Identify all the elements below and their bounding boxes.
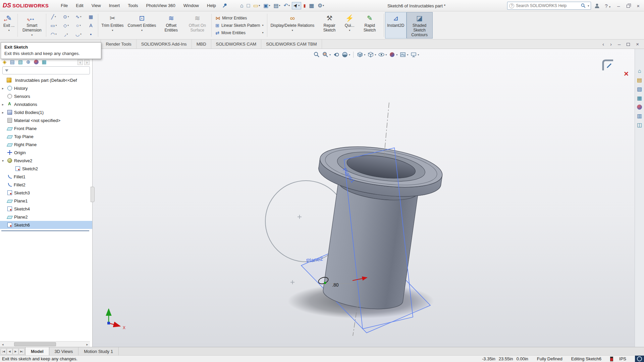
tree-item[interactable]: Origin	[0, 148, 92, 157]
edit-appearance-icon[interactable]: ▾	[388, 51, 398, 58]
web-help-icon[interactable]	[635, 356, 644, 362]
tree-item[interactable]: Top Plane	[0, 132, 92, 140]
caret-icon[interactable]: ▾	[31, 34, 33, 37]
linear-sketch-pattern-button[interactable]: ⊞ Linear Sketch Pattern ▾	[214, 22, 265, 28]
menu-item[interactable]: PhotoView 360	[143, 2, 179, 9]
caret-icon[interactable]: ▾	[262, 31, 263, 34]
home-icon[interactable]: ⌂ ▾	[239, 2, 245, 9]
help-search-box[interactable]: ? ▾	[507, 2, 591, 10]
displaymanager-tab-icon[interactable]: ●	[34, 60, 39, 64]
arc-tool-icon[interactable]: ◠ ▾	[47, 30, 60, 39]
mirror-entities-button[interactable]: ⋈ Mirror Entities	[214, 15, 265, 21]
trim-entities-button[interactable]: ✂ Trim Entities ▾	[99, 12, 125, 39]
scrollbar-thumb[interactable]	[14, 342, 56, 346]
tree-item[interactable]: Sketch2	[0, 165, 92, 173]
rebuild-icon[interactable]: ▮ ▾	[302, 3, 307, 8]
expand-arrow-icon[interactable]: ▸	[2, 111, 7, 114]
search-input[interactable]	[516, 3, 579, 8]
save-icon[interactable]: ▣ ▾	[262, 2, 271, 9]
doc-close-button[interactable]: ×	[634, 41, 641, 47]
rollback-bar[interactable]	[1, 230, 89, 231]
commandmanager-tab[interactable]: MBD	[192, 40, 211, 49]
pin-icon[interactable]	[222, 3, 227, 8]
propertymanager-tab-icon[interactable]: ▤	[10, 59, 15, 64]
hide-show-items-icon[interactable]: ▾	[378, 51, 387, 58]
featuremanager-tab-icon[interactable]: ◈	[3, 59, 7, 64]
tree-item[interactable]: ▸ Solid Bodies(1)	[0, 108, 92, 116]
smart-dimension-button[interactable]: ↔ ✎ Smart Dimension ▾	[19, 12, 45, 39]
confirm-sketch-icon[interactable]	[600, 58, 615, 72]
zoom-to-fit-icon[interactable]	[313, 51, 320, 58]
tree-item[interactable]: Material <not specified>	[0, 116, 92, 124]
user-account-icon[interactable]	[594, 3, 600, 8]
scroll-left-icon[interactable]: ◂	[0, 342, 5, 347]
display-style-icon[interactable]: ▾	[367, 51, 376, 58]
caret-icon[interactable]: ▾	[262, 24, 263, 27]
tree-item[interactable]: Sketch3	[0, 189, 92, 197]
menu-item[interactable]: Window	[180, 2, 202, 9]
caret-icon[interactable]: ▾	[141, 29, 143, 32]
menu-item[interactable]: Insert	[106, 2, 123, 9]
repair-sketch-button[interactable]: ⚒ Repair Sketch	[316, 12, 342, 39]
tree-item[interactable]: Front Plane	[0, 124, 92, 132]
panel-splitter-handle[interactable]	[91, 187, 95, 202]
open-folder-icon[interactable]: ▭ ▾	[252, 2, 261, 9]
menu-item[interactable]: Help	[204, 2, 219, 9]
sketch-grid-icon[interactable]: ▦ ▾	[85, 12, 97, 21]
options-grid-icon[interactable]: ▦ ▾	[308, 2, 316, 9]
search-caret-icon[interactable]: ▾	[588, 4, 589, 7]
window-close-button[interactable]: ×	[635, 3, 641, 9]
menu-item[interactable]: Tools	[124, 2, 141, 9]
view-tab[interactable]: Motion Study 1	[78, 347, 119, 355]
fillet-tool-icon[interactable]: ◞ ▾	[60, 30, 72, 39]
apply-scene-icon[interactable]: ▾	[399, 51, 409, 58]
next-pane-icon[interactable]: ›	[608, 41, 613, 47]
view-palette-icon[interactable]: ▦	[637, 96, 642, 101]
convert-entities-button[interactable]: ⊡ Convert Entities ▾	[126, 12, 158, 39]
spline-tool-icon[interactable]: ∿ ▾	[72, 12, 85, 21]
caret-icon[interactable]: ▾	[8, 29, 10, 32]
unit-system[interactable]: IPS	[619, 356, 626, 361]
polygon-tool-icon[interactable]: ◇ ▾	[60, 21, 72, 30]
caret-icon[interactable]: ▾	[292, 29, 293, 32]
doc-minimize-button[interactable]: –	[616, 41, 622, 47]
scroll-right-icon[interactable]: ▸	[85, 342, 90, 347]
view-settings-icon[interactable]: ▾	[410, 51, 419, 58]
commandmanager-tab[interactable]: SOLIDWORKS Add-Ins	[137, 40, 192, 49]
dimxpertmanager-tab-icon[interactable]: ⊕	[26, 59, 31, 64]
rectangle-tool-icon[interactable]: ▭ ▾	[47, 21, 60, 30]
tree-item[interactable]: Sketch6	[0, 221, 92, 229]
tree-root-item[interactable]: Instructables part (Default<<Def	[0, 76, 92, 84]
tab-nav-arrow-icon[interactable]: ◀	[7, 348, 12, 355]
expand-arrow-icon[interactable]: ▸	[2, 103, 7, 106]
tree-item[interactable]: Plane1	[0, 197, 92, 205]
tree-item[interactable]: ▾ Revolve2	[0, 157, 92, 165]
filter-input[interactable]	[10, 68, 87, 73]
sketch-origin-point[interactable]	[324, 282, 326, 284]
panel-scroll-right-icon[interactable]: ›	[84, 60, 90, 65]
expand-arrow-icon[interactable]: ▸	[2, 86, 7, 90]
tab-nav-arrow-icon[interactable]: |◀	[1, 348, 6, 355]
tree-filter-box[interactable]	[2, 66, 90, 74]
circle-tool-icon[interactable]: ⊙ ▾	[60, 12, 72, 21]
window-restore-button[interactable]	[625, 3, 632, 9]
commandmanager-tab[interactable]: SOLIDWORKS CAM	[211, 40, 262, 49]
model-scene[interactable]: Plane1 Plane2 .80 X	[93, 49, 644, 347]
tab-nav-arrow-icon[interactable]: ▶|	[19, 348, 24, 355]
commandmanager-tab[interactable]: Render Tools	[101, 40, 136, 49]
custom-properties-icon[interactable]: ▥	[637, 113, 642, 119]
search-icon[interactable]	[581, 3, 586, 8]
section-view-icon[interactable]: ▾	[341, 51, 351, 58]
file-explorer-icon[interactable]: ▧	[637, 86, 642, 92]
tree-item[interactable]: Plane2	[0, 213, 92, 221]
help-menu-button[interactable]: ? ▾	[603, 3, 612, 9]
dimension-value[interactable]: .80	[332, 282, 339, 288]
menu-item[interactable]: View	[88, 2, 104, 9]
move-entities-button[interactable]: ⇄ Move Entities ▾	[214, 30, 265, 36]
panel-scroll-left-icon[interactable]: ‹	[77, 60, 83, 65]
design-library-icon[interactable]: ▤	[637, 77, 642, 83]
point-tool-icon[interactable]: ▪ ▾	[85, 30, 97, 39]
cancel-sketch-icon[interactable]: ×	[624, 70, 629, 78]
options-gear-icon[interactable]: ⚙ ▾	[316, 2, 325, 9]
text-tool-icon[interactable]: A ▾	[85, 21, 97, 30]
